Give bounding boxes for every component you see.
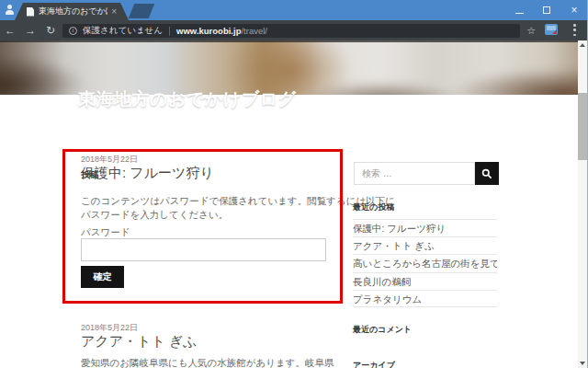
protected-post-title[interactable]: 保護中: フルーツ狩り xyxy=(81,165,214,182)
recent-post-link[interactable]: 高いところから名古屋の街を見てみる xyxy=(353,254,497,271)
browser-tab[interactable]: 東海地方のおでかけブログ × xyxy=(15,3,129,20)
site-title[interactable]: 東海地方のおでかけブログ xyxy=(78,87,297,111)
scrollbar-down-icon[interactable] xyxy=(580,362,585,365)
page-viewport: 東海地方のおでかけブログ ↓ 投稿 2018年5月22日 保護中: フルーツ狩り… xyxy=(0,40,578,368)
url-separator xyxy=(169,27,170,36)
url-host: www.kuroobi.jp xyxy=(176,26,241,36)
protected-notice-line1: このコンテンツはパスワードで保護されています。閲覧するには以下に xyxy=(81,194,395,209)
scrollbar-thumb[interactable] xyxy=(578,93,587,160)
url-path: /travel/ xyxy=(241,26,267,36)
password-field[interactable] xyxy=(81,238,326,261)
recent-comments-heading: 最近のコメント xyxy=(353,324,412,336)
archives-heading: アーカイブ xyxy=(353,360,395,368)
recent-post-link[interactable]: 長良川の鵜飼 xyxy=(353,272,497,290)
minimize-icon xyxy=(515,13,524,14)
maximize-button[interactable] xyxy=(540,4,553,17)
forward-icon[interactable]: → xyxy=(20,20,40,40)
extension-icon[interactable] xyxy=(545,24,558,35)
page-scrollbar[interactable] xyxy=(578,40,587,368)
url-bar[interactable]: i 保護されていません www.kuroobi.jp /travel/ xyxy=(62,24,520,38)
recent-posts-heading: 最近の投稿 xyxy=(353,201,394,213)
page-favicon-icon xyxy=(27,7,34,17)
second-post-title[interactable]: アクア・トト ぎふ xyxy=(81,333,198,351)
window-controls: × xyxy=(513,0,581,20)
recent-post-link[interactable]: 保護中: フルーツ狩り xyxy=(353,219,497,236)
close-button[interactable]: × xyxy=(568,4,581,17)
search-button[interactable] xyxy=(475,162,499,185)
protected-notice-line2: パスワードを入力してください。 xyxy=(81,208,228,223)
password-label: パスワード xyxy=(81,226,130,239)
security-status: 保護されていません xyxy=(83,25,163,37)
second-post-excerpt: 愛知県のお隣岐阜県にも人気の水族館があります。岐阜県各務原市にあ xyxy=(81,356,343,368)
titlebar: 東海地方のおでかけブログ × × xyxy=(0,0,588,20)
tab-close-icon[interactable]: × xyxy=(111,7,117,17)
recent-posts-list: 保護中: フルーツ狩り アクア・トト ぎふ 高いところから名古屋の街を見てみる … xyxy=(353,219,497,307)
submit-button[interactable]: 確定 xyxy=(81,266,124,288)
scrollbar-up-icon[interactable] xyxy=(580,43,585,47)
minimize-button[interactable] xyxy=(513,4,526,17)
bookmark-star-icon[interactable]: ☆ xyxy=(526,20,536,40)
browser-window: 東海地方のおでかけブログ × × ← → ↻ i 保護されていません www.k… xyxy=(0,0,588,368)
recent-post-link[interactable]: アクア・トト ぎふ xyxy=(353,236,497,254)
search-input[interactable] xyxy=(354,162,475,185)
close-icon: × xyxy=(571,5,577,16)
reload-icon[interactable]: ↻ xyxy=(40,20,61,40)
recent-post-link[interactable]: プラネタリウム xyxy=(353,290,497,307)
search-icon xyxy=(481,168,492,179)
maximize-icon xyxy=(543,6,550,14)
back-icon[interactable]: ← xyxy=(0,20,20,40)
info-icon[interactable]: i xyxy=(69,27,77,35)
new-tab-button[interactable] xyxy=(129,4,154,18)
tab-title: 東海地方のおでかけブログ xyxy=(39,3,108,20)
scroll-down-icon[interactable]: ↓ xyxy=(497,105,503,119)
profile-icon[interactable] xyxy=(4,5,16,16)
menu-dots-icon[interactable] xyxy=(573,24,576,36)
